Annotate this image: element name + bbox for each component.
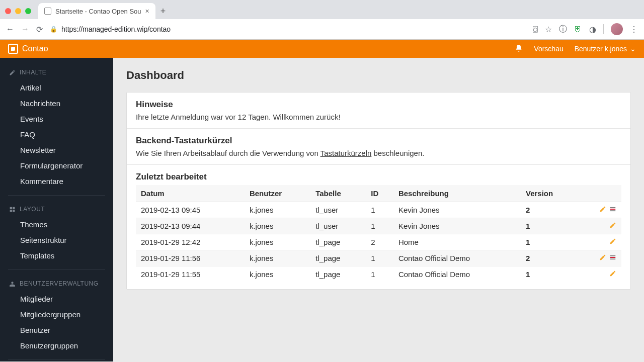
sidebar-group-inhalte[interactable]: INHALTE [0, 65, 113, 80]
sidebar-item-events[interactable]: Events [0, 111, 113, 127]
window-minimize-icon[interactable] [15, 8, 21, 14]
col-user: Benutzer [245, 185, 310, 202]
compare-icon[interactable] [609, 254, 616, 262]
cell-user: k.jones [245, 234, 310, 250]
shortcuts-text: Wie Sie Ihren Arbeitsablauf durch die Ve… [136, 149, 621, 157]
preview-link[interactable]: Vorschau [534, 45, 563, 53]
cell-id: 1 [366, 266, 393, 283]
cell-actions [579, 266, 621, 283]
cell-desc: Home [393, 234, 521, 250]
address-bar: ← → ⟳ 🔒 https://managed-edition.wip/cont… [0, 19, 644, 39]
sidebar-item-seitenstruktur[interactable]: Seitenstruktur [0, 232, 113, 248]
sidebar-item-formulargenerator[interactable]: Formulargenerator [0, 158, 113, 173]
tab-bar: Startseite - Contao Open Sou × + [0, 0, 644, 19]
table-row: 2019-01-29 11:55k.jonestl_page1Contao Of… [136, 266, 621, 283]
sidebar: INHALTEArtikelNachrichtenEventsFAQNewsle… [0, 58, 113, 361]
user-menu[interactable]: Benutzer k.jones ⌄ [575, 45, 636, 53]
sidebar-group-layout[interactable]: LAYOUT [0, 202, 113, 217]
window-close-icon[interactable] [5, 8, 11, 14]
shortcuts-after: beschleunigen. [371, 149, 424, 157]
sidebar-item-artikel[interactable]: Artikel [0, 80, 113, 96]
kebab-menu-icon[interactable]: ⋮ [630, 25, 638, 34]
cell-id: 1 [366, 218, 393, 234]
shield-icon[interactable]: ⛨ [574, 25, 582, 34]
sidebar-item-faq[interactable]: FAQ [0, 127, 113, 142]
sidebar-item-benutzer[interactable]: Benutzer [0, 322, 113, 338]
edit-icon[interactable] [609, 238, 616, 246]
back-button[interactable]: ← [6, 25, 14, 34]
new-tab-button[interactable]: + [160, 6, 166, 17]
compare-icon[interactable] [609, 206, 616, 214]
brand-logo[interactable]: Contao [8, 44, 48, 54]
reload-button[interactable]: ⟳ [36, 25, 43, 34]
sidebar-item-mitglieder[interactable]: Mitglieder [0, 291, 113, 307]
sidebar-divider [8, 195, 105, 196]
sidebar-group-benutzerverwaltung[interactable]: BENUTZERVERWALTUNG [0, 276, 113, 291]
url-text: https://managed-edition.wip/contao [61, 25, 171, 33]
cell-desc: Kevin Jones [393, 218, 521, 234]
notice-title: Hinweise [136, 100, 621, 110]
info-icon[interactable]: ⓘ [559, 24, 567, 35]
sidebar-item-mitgliedergruppen[interactable]: Mitgliedergruppen [0, 307, 113, 322]
sidebar-item-templates[interactable]: Templates [0, 248, 113, 263]
cell-id: 2 [366, 234, 393, 250]
key-icon[interactable]: ⌼ [533, 25, 538, 34]
edit-icon[interactable] [609, 270, 616, 279]
svg-rect-0 [610, 207, 616, 208]
svg-rect-4 [610, 257, 616, 258]
cell-date: 2019-01-29 11:56 [136, 250, 245, 266]
main-content: Dashboard Hinweise Ihre letzte Anmeldung… [113, 58, 644, 361]
chevron-down-icon: ⌄ [630, 45, 636, 53]
cell-desc: Contao Official Demo [393, 250, 521, 266]
cell-actions [579, 250, 621, 266]
edit-icon[interactable] [599, 254, 606, 262]
sidebar-item-newsletter[interactable]: Newsletter [0, 142, 113, 158]
profile-avatar[interactable] [611, 23, 623, 35]
cell-version: 1 [521, 234, 579, 250]
tab-title: Startseite - Contao Open Sou [55, 8, 141, 15]
cell-user: k.jones [245, 250, 310, 266]
forward-button[interactable]: → [21, 25, 29, 34]
sidebar-item-benutzergruppen[interactable]: Benutzergruppen [0, 338, 113, 353]
cell-actions [579, 202, 621, 218]
cell-user: k.jones [245, 202, 310, 218]
recent-title: Zuletzt bearbeitet [136, 172, 621, 182]
lock-icon: 🔒 [50, 26, 57, 33]
star-icon[interactable]: ☆ [545, 25, 552, 34]
cell-table: tl_user [310, 202, 366, 218]
edit-icon[interactable] [609, 222, 616, 230]
table-row: 2019-01-29 12:42k.jonestl_page2Home1 [136, 234, 621, 250]
cell-table: tl_user [310, 218, 366, 234]
shortcuts-link[interactable]: Tastaturkürzeln [320, 149, 372, 157]
edit-icon[interactable] [599, 206, 606, 214]
shortcuts-before: Wie Sie Ihren Arbeitsablauf durch die Ve… [136, 149, 320, 157]
table-row: 2019-01-29 11:56k.jonestl_page1Contao Of… [136, 250, 621, 266]
recent-table: Datum Benutzer Tabelle ID Beschreibung V… [136, 185, 621, 282]
notifications-icon[interactable] [515, 44, 523, 54]
browser-tab[interactable]: Startseite - Contao Open Sou × [38, 3, 155, 19]
sidebar-item-nachrichten[interactable]: Nachrichten [0, 96, 113, 111]
col-id: ID [366, 185, 393, 202]
sidebar-divider [8, 269, 105, 270]
window-controls [5, 8, 31, 14]
sidebar-item-kommentare[interactable]: Kommentare [0, 173, 113, 189]
brand-name: Contao [22, 44, 48, 53]
page-title: Dashboard [126, 69, 631, 82]
cell-date: 2019-01-29 11:55 [136, 266, 245, 283]
cell-user: k.jones [245, 266, 310, 283]
cell-version: 2 [521, 202, 579, 218]
window-maximize-icon[interactable] [25, 8, 31, 14]
cell-actions [579, 218, 621, 234]
notice-text: Ihre letzte Anmeldung war vor 12 Tagen. … [136, 113, 621, 121]
divider [603, 24, 604, 34]
sidebar-item-themes[interactable]: Themes [0, 217, 113, 232]
col-date: Datum [136, 185, 245, 202]
cell-table: tl_page [310, 250, 366, 266]
cell-version: 2 [521, 250, 579, 266]
col-table: Tabelle [310, 185, 366, 202]
extension-icon[interactable]: ◑ [589, 25, 596, 34]
url-field[interactable]: 🔒 https://managed-edition.wip/contao [50, 25, 526, 33]
cell-table: tl_page [310, 266, 366, 283]
tab-close-icon[interactable]: × [145, 7, 149, 15]
col-actions [579, 185, 621, 202]
